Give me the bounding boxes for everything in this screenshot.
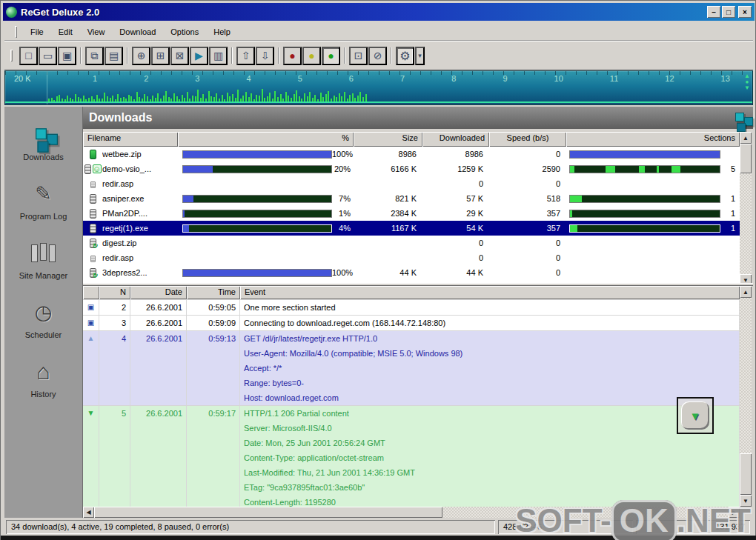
log-n: 2 xyxy=(99,300,130,315)
new-download-button[interactable]: □ xyxy=(19,47,38,65)
log-row-response[interactable]: ▼ 5 26.6.2001 0:59:17 HTTP/1.1 206 Parti… xyxy=(83,405,740,507)
options-dropdown-button[interactable]: ▾ xyxy=(415,47,425,65)
delete-download-button[interactable]: ⊠ xyxy=(170,47,189,65)
column-size[interactable]: Size xyxy=(354,132,422,147)
sidebar-item-site-manager[interactable]: Site Manager xyxy=(19,240,67,280)
column-sections[interactable]: Sections xyxy=(566,132,740,147)
scrollbar-thumb[interactable] xyxy=(740,453,752,495)
graph-scroll-arrows[interactable]: ▲ ● ▼ xyxy=(744,73,750,91)
close-button[interactable]: × xyxy=(738,6,752,18)
column-percent[interactable]: % xyxy=(178,132,354,147)
download-row[interactable]: redir.asp 0 0 xyxy=(83,176,740,191)
menu-options[interactable]: Options xyxy=(163,25,206,39)
column-log-icon[interactable] xyxy=(83,286,99,299)
options-button[interactable]: ⚙ xyxy=(396,47,414,65)
sections-bar xyxy=(569,165,720,173)
menu-edit[interactable]: Edit xyxy=(51,25,80,39)
downloads-scrollbar[interactable]: ▲ ▼ xyxy=(740,132,752,286)
download-row[interactable]: wetbee.zip 100% 8986 8986 0 xyxy=(83,147,740,161)
download-speed: 0 xyxy=(489,239,566,247)
start-download-button[interactable]: ▶ xyxy=(190,47,208,65)
progress-percent: 1% xyxy=(339,209,354,218)
log-row[interactable]: ▣ 3 26.6.2001 0:59:09 Connecting to down… xyxy=(83,315,740,330)
column-time[interactable]: Time xyxy=(187,286,240,299)
download-downloaded: 0 xyxy=(422,179,489,188)
add-download-button[interactable]: ⊕ xyxy=(132,47,150,65)
log-row-request[interactable]: ▲ 4 26.6.2001 0:59:13 GET /dl/jr/latest/… xyxy=(83,330,740,405)
stop-all-button[interactable]: ● xyxy=(283,47,302,65)
downloads-panel-header: Downloads xyxy=(83,107,753,129)
sidebar-item-label: Downloads xyxy=(23,153,63,161)
toolbar-gripper[interactable] xyxy=(15,26,17,38)
column-n[interactable]: N xyxy=(99,286,130,299)
log-info-icon: ▣ xyxy=(83,316,99,330)
scrollbar-thumb[interactable] xyxy=(740,144,752,173)
download-row[interactable]: PMan2DP.... 1% 2384 K 29 K 357 1 xyxy=(83,206,740,221)
download-row-selected[interactable]: regetj(1).exe 4% 1167 K 54 K 357 1 xyxy=(83,221,740,236)
download-row[interactable]: asniper.exe 7% 821 K 57 K 518 1 xyxy=(83,191,740,206)
download-size: 1167 K xyxy=(354,224,422,233)
scroll-up-icon[interactable]: ▲ xyxy=(740,132,752,144)
window-title: ReGet Deluxe 2.0 xyxy=(21,7,706,18)
open-folder-icon: ▭ xyxy=(43,50,53,61)
download-filename: PMan2DP.... xyxy=(102,209,178,218)
column-event[interactable]: Event xyxy=(240,286,740,299)
sidebar-item-label: History xyxy=(30,390,56,399)
menu-help[interactable]: Help xyxy=(206,25,238,39)
download-row[interactable]: ☺ demo-vsio_... 20% 6166 K 1259 K 2590 5 xyxy=(83,161,740,176)
scrollbar-thumb[interactable] xyxy=(94,507,442,518)
log-event-line: GET /dl/jr/latest/regetjr.exe HTTP/1.0 xyxy=(244,331,735,346)
pause-all-button[interactable]: ● xyxy=(302,47,321,65)
toolbar-gripper-2[interactable] xyxy=(10,50,13,61)
menu-download[interactable]: Download xyxy=(112,25,163,39)
log-n: 4 xyxy=(99,331,130,405)
downloads-table-header: Filename % Size Downloaded Speed (b/s) S… xyxy=(83,132,740,147)
connect-button[interactable]: ⊡ xyxy=(349,47,368,65)
view-log-button[interactable]: ▥ xyxy=(209,47,228,65)
paste-button[interactable]: ▤ xyxy=(105,47,123,65)
open-button[interactable]: ▭ xyxy=(39,47,57,65)
sidebar-item-program-log[interactable]: ✎ Program Log xyxy=(20,181,67,221)
sidebar-item-scheduler[interactable]: ◷ Scheduler xyxy=(25,299,62,339)
download-row[interactable]: redir.asp 0 0 xyxy=(83,250,740,265)
progress-bar xyxy=(182,269,332,277)
scroll-up-icon[interactable]: ▲ xyxy=(740,286,752,298)
download-properties-button[interactable]: ⊞ xyxy=(151,47,170,65)
scroll-to-latest-button[interactable]: ▼ xyxy=(677,397,714,434)
minimize-button[interactable]: – xyxy=(707,6,720,18)
new-document-icon: □ xyxy=(25,50,31,61)
column-filename[interactable]: Filename xyxy=(83,132,178,147)
column-speed[interactable]: Speed (b/s) xyxy=(489,132,566,147)
download-speed: 2590 xyxy=(489,164,566,173)
log-row[interactable]: ▣ 2 26.6.2001 0:59:05 One more section s… xyxy=(83,299,740,315)
download-filename: 3depress2... xyxy=(102,268,178,277)
downloads-list: wetbee.zip 100% 8986 8986 0 ☺ demo-vsio_… xyxy=(83,147,740,286)
log-scrollbar[interactable]: ▲ ▼ xyxy=(740,286,752,507)
menu-file[interactable]: File xyxy=(23,25,51,39)
scheduler-icon: ◷ xyxy=(35,299,53,326)
download-size: 821 K xyxy=(354,194,422,203)
download-downloaded: 54 K xyxy=(422,224,489,233)
move-down-button[interactable]: ⇩ xyxy=(256,47,274,65)
smiley-icon: ☺ xyxy=(93,164,102,173)
log-event-line: HTTP/1.1 206 Partial content xyxy=(244,406,735,421)
download-row[interactable]: 3depress2... 100% 44 K 44 K 0 xyxy=(83,265,740,280)
move-up-button[interactable]: ⇧ xyxy=(236,47,255,65)
save-button[interactable]: ▣ xyxy=(58,47,76,65)
maximize-button[interactable]: □ xyxy=(722,6,735,18)
download-row[interactable]: digest.zip 0 0 xyxy=(83,236,740,250)
menu-view[interactable]: View xyxy=(80,25,113,39)
copy-icon: ⧉ xyxy=(91,50,99,62)
copy-button[interactable]: ⧉ xyxy=(85,47,104,65)
scroll-left-icon[interactable]: ◀ xyxy=(83,507,94,518)
column-date[interactable]: Date xyxy=(130,286,187,299)
progress-bar xyxy=(182,150,332,159)
log-book-icon: ▥ xyxy=(213,50,223,61)
start-all-button[interactable]: ● xyxy=(322,47,340,65)
column-downloaded[interactable]: Downloaded xyxy=(422,132,489,147)
download-speed: 518 xyxy=(489,194,566,203)
disconnect-button[interactable]: ⊘ xyxy=(368,47,387,65)
sidebar: Downloads ✎ Program Log Site Manager ◷ S… xyxy=(4,107,83,518)
sidebar-item-downloads[interactable]: Downloads xyxy=(23,121,63,161)
sidebar-item-history[interactable]: ⌂ History xyxy=(30,359,56,399)
